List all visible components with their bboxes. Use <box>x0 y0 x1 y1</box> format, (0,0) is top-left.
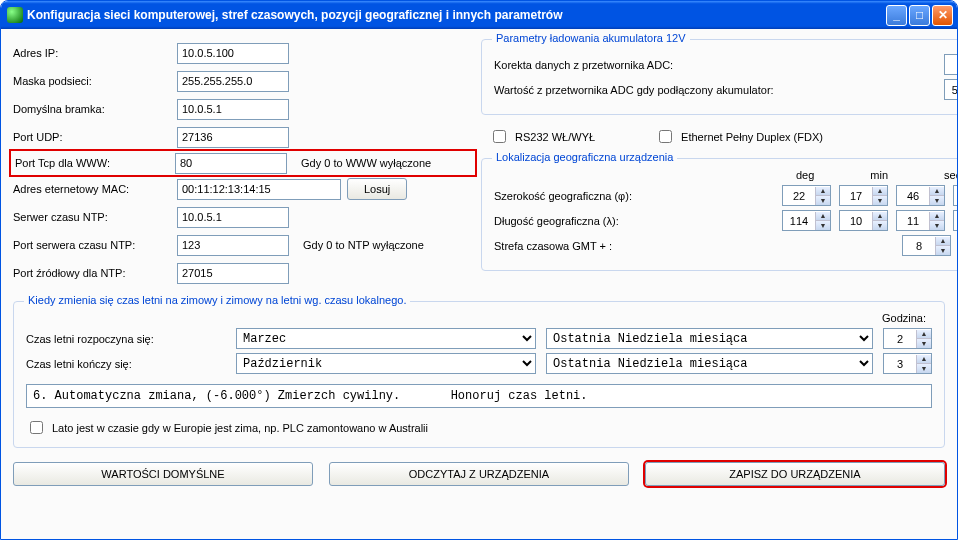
adc-corr-label: Korekta danych z przetwornika ADC: <box>494 59 936 71</box>
dst-legend: Kiedy zmienia się czas letni na zimowy i… <box>24 294 410 306</box>
dst-info-display <box>26 384 932 408</box>
deg-header: deg <box>796 169 814 181</box>
mask-label: Maska podsieci: <box>13 75 171 87</box>
mac-label: Adres eternetowy MAC: <box>13 183 171 195</box>
window-body: Adres IP: Maska podsieci: Domyślna bramk… <box>1 29 957 539</box>
dst-end-hour-spinner[interactable]: ▲▼ <box>883 353 932 374</box>
lon-sec-spinner[interactable]: ▲▼ <box>896 210 945 231</box>
min-header: min <box>870 169 888 181</box>
lon-deg-spinner[interactable]: ▲▼ <box>782 210 831 231</box>
udp-input[interactable] <box>177 127 289 148</box>
window-title: Konfiguracja sieci komputerowej, stref c… <box>27 8 886 22</box>
lon-hem-select[interactable]: E <box>953 210 958 231</box>
hour-header: Godzina: <box>882 312 926 324</box>
dst-end-month-select[interactable]: Październik <box>236 353 536 374</box>
ntpport-label: Port serwera czasu NTP: <box>13 239 171 251</box>
www-note: Gdy 0 to WWW wyłączone <box>301 157 431 169</box>
gw-input[interactable] <box>177 99 289 120</box>
sec-header: sec <box>944 169 958 181</box>
dst-start-label: Czas letni rozpoczyna się: <box>26 333 226 345</box>
dst-start-hour-spinner[interactable]: ▲▼ <box>883 328 932 349</box>
udp-label: Port UDP: <box>13 131 171 143</box>
gmt-label: Strefa czasowa GMT + : <box>494 240 774 252</box>
adc-corr-input[interactable] <box>945 55 958 74</box>
fdx-checkbox[interactable]: Ethernet Pełny Duplex (FDX) <box>655 127 823 146</box>
minimize-button[interactable]: _ <box>886 5 907 26</box>
maximize-button[interactable]: □ <box>909 5 930 26</box>
battery-legend: Parametry ładowania akumulatora 12V <box>492 32 690 44</box>
adc-corr-spinner[interactable]: ▲▼ <box>944 54 958 75</box>
ip-input[interactable] <box>177 43 289 64</box>
gw-label: Domyślna bramka: <box>13 103 171 115</box>
lat-deg-spinner[interactable]: ▲▼ <box>782 185 831 206</box>
dst-start-month-select[interactable]: Marzec <box>236 328 536 349</box>
ntp-src-input[interactable] <box>177 263 289 284</box>
bottom-buttons: WARTOŚCI DOMYŚLNE ODCZYTAJ Z URZĄDZENIA … <box>13 462 945 486</box>
mac-random-button[interactable]: Losuj <box>347 178 407 200</box>
battery-group: Parametry ładowania akumulatora 12V Kore… <box>481 39 958 115</box>
ntpport-note: Gdy 0 to NTP wyłączone <box>303 239 424 251</box>
dst-end-label: Czas letni kończy się: <box>26 358 226 370</box>
dst-end-day-select[interactable]: Ostatnia Niedziela miesiąca <box>546 353 873 374</box>
www-input[interactable] <box>175 153 287 174</box>
ip-label: Adres IP: <box>13 47 171 59</box>
config-window: Konfiguracja sieci komputerowej, stref c… <box>0 0 958 540</box>
geo-group: Lokalizacja geograficzna urządzenia deg … <box>481 158 958 271</box>
www-label: Port Tcp dla WWW: <box>15 157 169 169</box>
close-button[interactable]: ✕ <box>932 5 953 26</box>
write-device-button[interactable]: ZAPISZ DO URZĄDZENIA <box>645 462 945 486</box>
ntpport-input[interactable] <box>177 235 289 256</box>
ntp-src-label: Port źródłowy dla NTP: <box>13 267 171 279</box>
read-device-button[interactable]: ODCZYTAJ Z URZĄDZENIA <box>329 462 629 486</box>
mask-input[interactable] <box>177 71 289 92</box>
gmt-spinner[interactable]: ▲▼ <box>902 235 951 256</box>
ntp-label: Serwer czasu NTP: <box>13 211 171 223</box>
adc-val-spinner[interactable]: ▲▼ <box>944 79 958 100</box>
lat-label: Szerokość geograficzna (φ): <box>494 190 774 202</box>
lat-sec-spinner[interactable]: ▲▼ <box>896 185 945 206</box>
geo-legend: Lokalizacja geograficzna urządzenia <box>492 151 677 163</box>
network-panel: Adres IP: Maska podsieci: Domyślna bramk… <box>13 39 473 287</box>
dst-start-day-select[interactable]: Ostatnia Niedziela miesiąca <box>546 328 873 349</box>
www-port-highlight: Port Tcp dla WWW: Gdy 0 to WWW wyłączone <box>9 149 477 177</box>
defaults-button[interactable]: WARTOŚCI DOMYŚLNE <box>13 462 313 486</box>
adc-val-input[interactable] <box>945 80 958 99</box>
lon-label: Długość geograficzna (λ): <box>494 215 774 227</box>
titlebar: Konfiguracja sieci komputerowej, stref c… <box>1 1 957 29</box>
australia-checkbox[interactable]: Lato jest w czasie gdy w Europie jest zi… <box>26 418 428 437</box>
lon-min-spinner[interactable]: ▲▼ <box>839 210 888 231</box>
dst-group: Kiedy zmienia się czas letni na zimowy i… <box>13 301 945 448</box>
app-icon <box>7 7 23 23</box>
mac-input[interactable] <box>177 179 341 200</box>
rs232-checkbox[interactable]: RS232 WŁ/WYŁ <box>489 127 595 146</box>
ntp-input[interactable] <box>177 207 289 228</box>
adc-val-label: Wartość z przetwornika ADC gdy podłączon… <box>494 84 936 96</box>
lat-hem-select[interactable]: N <box>953 185 958 206</box>
lat-min-spinner[interactable]: ▲▼ <box>839 185 888 206</box>
